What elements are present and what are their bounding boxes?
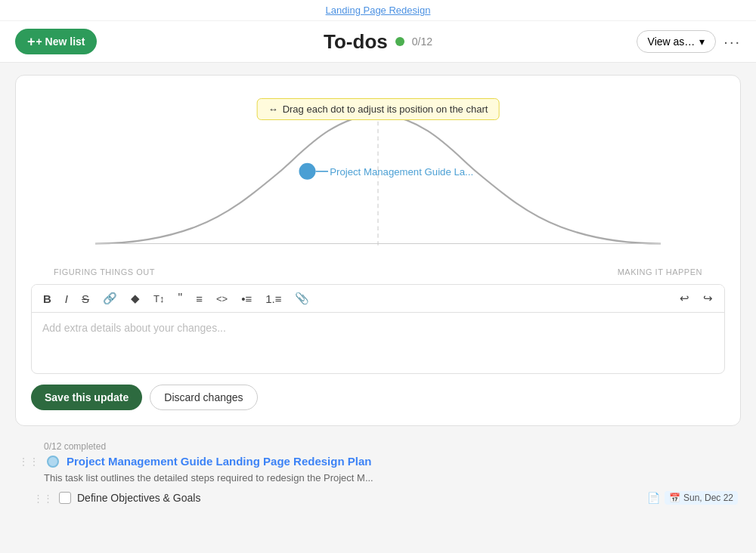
right-label: MAKING IT HAPPEN — [618, 267, 702, 276]
chart-dot — [299, 163, 316, 180]
chart-container: Project Management Guide La... — [31, 98, 725, 264]
document-icon: 📄 — [647, 492, 660, 504]
blockquote-button[interactable]: " — [174, 289, 186, 307]
editor-body[interactable]: Add extra details about your changes... — [32, 313, 724, 373]
breadcrumb-link[interactable]: Landing Page Redesign — [326, 5, 431, 16]
highlight-button[interactable]: ◆ — [127, 289, 144, 307]
task-header-row: ⋮⋮ Project Management Guide Landing Page… — [18, 455, 738, 468]
drag-icon: ↔ — [268, 103, 278, 115]
subtask-label: Define Objectives & Goals — [77, 492, 641, 504]
chart-editor-card: ↔ Drag each dot to adjust its position o… — [15, 75, 741, 426]
save-update-button[interactable]: Save this update — [31, 385, 142, 410]
progress-info: 0/12 completed — [44, 441, 738, 452]
chart-labels: FIGURING THINGS OUT MAKING IT HAPPEN — [31, 264, 725, 276]
breadcrumb: Landing Page Redesign — [0, 0, 756, 21]
page-title: To-dos — [324, 30, 388, 54]
bold-button[interactable]: B — [39, 290, 55, 307]
attachment-button[interactable]: 📎 — [291, 289, 313, 307]
redo-button[interactable]: ↪ — [699, 289, 717, 307]
new-list-button[interactable]: + + New list — [15, 29, 97, 54]
subtask-icons: 📄 📅 Sun, Dec 22 — [647, 491, 738, 505]
editor-toolbar: B I S 🔗 ◆ T↕ " ≡ <> •≡ 1.≡ 📎 ↩ ↪ — [32, 285, 724, 313]
top-bar: + + New list To-dos 0/12 View as… ▾ ··· — [0, 21, 756, 63]
plus-icon: + — [27, 35, 36, 48]
due-date-label: Sun, Dec 22 — [683, 493, 733, 503]
task-title-link[interactable]: Project Management Guide Landing Page Re… — [67, 455, 371, 468]
discard-changes-button[interactable]: Discard changes — [150, 385, 257, 410]
action-row: Save this update Discard changes — [31, 385, 725, 410]
align-button[interactable]: ≡ — [192, 290, 206, 307]
calendar-icon: 📅 — [669, 493, 680, 503]
title-area: To-dos 0/12 — [324, 30, 432, 54]
chart-wrapper: ↔ Drag each dot to adjust its position o… — [31, 98, 725, 276]
tooltip-banner: ↔ Drag each dot to adjust its position o… — [257, 98, 500, 120]
strikethrough-button[interactable]: S — [78, 290, 93, 307]
ellipsis-icon: ··· — [723, 33, 741, 50]
link-button[interactable]: 🔗 — [99, 289, 121, 307]
due-date-badge[interactable]: 📅 Sun, Dec 22 — [665, 491, 738, 505]
more-options-button[interactable]: ··· — [723, 33, 741, 51]
view-as-button[interactable]: View as… ▾ — [637, 30, 717, 53]
editor-placeholder: Add extra details about your changes... — [42, 322, 226, 334]
top-actions: View as… ▾ ··· — [637, 30, 741, 53]
subtask-drag-icon[interactable]: ⋮⋮ — [33, 493, 53, 504]
drag-handle-icon[interactable]: ⋮⋮ — [18, 456, 39, 468]
bell-curve-svg: Project Management Guide La... — [31, 98, 725, 264]
left-label: FIGURING THINGS OUT — [54, 267, 155, 276]
task-description: This task list outlines the detailed ste… — [44, 472, 738, 483]
italic-button[interactable]: I — [61, 290, 72, 307]
progress-label: 0/12 — [412, 36, 432, 48]
numbered-list-button[interactable]: 1.≡ — [262, 290, 285, 307]
chart-dot-label: Project Management Guide La... — [330, 166, 473, 178]
task-status-circle[interactable] — [47, 456, 59, 468]
undo-button[interactable]: ↩ — [676, 289, 693, 307]
text-size-button[interactable]: T↕ — [150, 291, 168, 307]
code-button[interactable]: <> — [212, 291, 231, 307]
status-dot-icon — [395, 37, 404, 46]
task-section: 0/12 completed ⋮⋮ Project Management Gui… — [15, 441, 741, 505]
subtask-checkbox[interactable] — [59, 492, 71, 504]
main-content: ↔ Drag each dot to adjust its position o… — [0, 63, 756, 521]
editor-wrapper: B I S 🔗 ◆ T↕ " ≡ <> •≡ 1.≡ 📎 ↩ ↪ Add ext… — [31, 284, 725, 374]
bullet-list-button[interactable]: •≡ — [237, 290, 256, 307]
chevron-icon: ▾ — [699, 36, 705, 48]
subtask-row: ⋮⋮ Define Objectives & Goals 📄 📅 Sun, De… — [33, 491, 738, 505]
